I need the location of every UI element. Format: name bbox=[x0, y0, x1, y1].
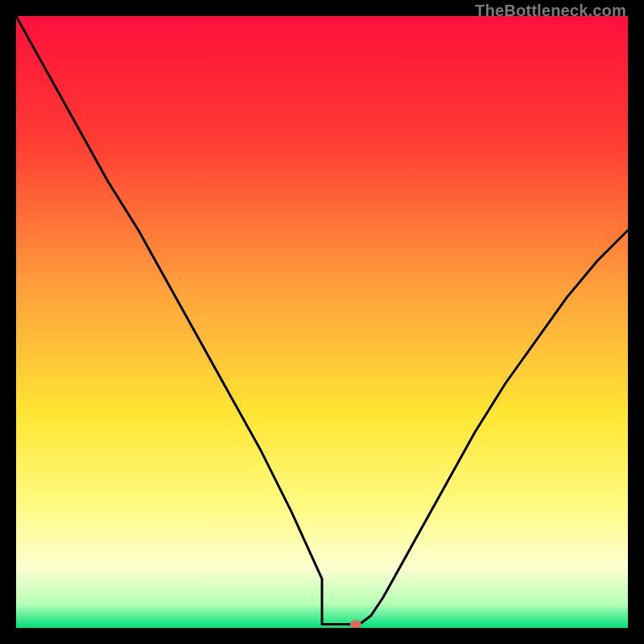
chart-frame: TheBottleneck.com bbox=[0, 0, 644, 644]
watermark-text: TheBottleneck.com bbox=[475, 2, 626, 20]
chart-svg bbox=[16, 16, 628, 628]
gradient-background bbox=[16, 16, 628, 628]
min-marker bbox=[350, 620, 361, 628]
plot-area bbox=[16, 16, 628, 628]
